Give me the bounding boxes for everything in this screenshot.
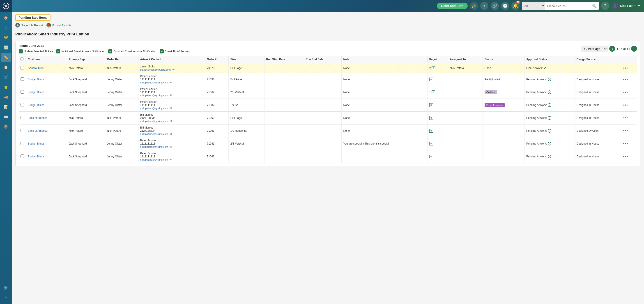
email-small-icon: ✉ bbox=[170, 158, 172, 161]
sidebar-item-documents[interactable]: 📝 bbox=[1, 102, 11, 112]
customer-link[interactable]: Bank of America bbox=[28, 129, 47, 132]
row-menu-button[interactable]: ••• bbox=[623, 142, 628, 146]
cell-row-actions: ••• bbox=[621, 63, 637, 73]
prev-page-button[interactable]: ‹ bbox=[609, 46, 615, 52]
save-report-button[interactable]: 💾 Save this Report bbox=[15, 23, 43, 28]
customer-link[interactable]: Budget Blinds bbox=[28, 78, 44, 81]
artwork-email-link[interactable]: nick.pataro@aysling.com bbox=[140, 120, 168, 122]
row-menu-button[interactable]: ••• bbox=[623, 103, 628, 107]
link-icon-button[interactable]: 🔗 bbox=[491, 2, 499, 10]
export-results-label: Export Results bbox=[52, 24, 72, 27]
individual-email-button[interactable]: ✉ Individual E-mail Artwork Notification bbox=[56, 50, 105, 54]
row-menu-button[interactable]: ••• bbox=[623, 66, 628, 70]
pending-sale-items-badge: Pending Sale Items bbox=[15, 14, 50, 21]
email-small-icon: ✉ bbox=[170, 94, 172, 97]
sidebar-item-tasks[interactable]: 📋 bbox=[1, 63, 11, 72]
sidebar-item-settings[interactable]: ⚙️ bbox=[1, 283, 11, 292]
help-button[interactable]: ? bbox=[601, 2, 609, 10]
artwork-email-link[interactable]: nick.pataro@aysling.com bbox=[140, 107, 168, 110]
search-button[interactable]: 🔍 bbox=[590, 2, 599, 10]
table-row: Bank of America Nick Pataro Nick Pataro … bbox=[19, 112, 637, 124]
customer-link[interactable]: Budget Blinds bbox=[28, 91, 44, 94]
cell-run-start bbox=[264, 63, 304, 73]
row-menu-button[interactable]: ••• bbox=[623, 116, 628, 120]
cell-order-num: 70978 bbox=[205, 63, 228, 73]
email-proof-button[interactable]: ✉ E-mail Proof Request bbox=[160, 50, 190, 54]
sidebar-item-reports[interactable]: 📊 bbox=[1, 43, 11, 52]
user-info[interactable]: 👤 Nick Pataro ▼ bbox=[612, 2, 640, 10]
table-header-row: Customer Primary Rep Order Rep Artwork C… bbox=[19, 56, 637, 63]
search-container: All Contacts Companies Orders 🔍 bbox=[522, 2, 599, 10]
select-all-checkbox[interactable] bbox=[20, 58, 24, 60]
artwork-email-link[interactable]: nick.pataro@aysling.com bbox=[140, 94, 168, 97]
pagination-text: 1-14 of 14 bbox=[616, 47, 630, 50]
sidebar-item-collapse[interactable]: « bbox=[1, 293, 11, 302]
row-checkbox[interactable] bbox=[20, 66, 24, 70]
cell-order-rep: Nick Pataro bbox=[105, 63, 138, 73]
customer-link[interactable]: General Mills bbox=[28, 66, 44, 70]
page-icon: ⧉ bbox=[429, 142, 433, 146]
sidebar-item-email[interactable]: ✉️ bbox=[1, 112, 11, 121]
row-menu-button[interactable]: ••• bbox=[623, 154, 628, 158]
search-input[interactable] bbox=[545, 2, 590, 10]
col-page-num: Page# bbox=[427, 56, 448, 63]
grouped-email-button[interactable]: ✉ Grouped E-mail Artwork Notification bbox=[108, 50, 156, 54]
row-checkbox[interactable] bbox=[20, 77, 24, 81]
sidebar-item-deals[interactable]: 🤝 bbox=[1, 33, 11, 42]
per-page-select[interactable]: 25 Per Page 50 Per Page 100 Per Page bbox=[581, 46, 608, 52]
col-artwork-contact: Artwork Contact bbox=[138, 56, 205, 63]
update-tickets-button[interactable]: ↺ Update Selected Tickets bbox=[19, 50, 53, 54]
approval-check-icon: ✓ bbox=[548, 90, 551, 94]
add-icon-button[interactable]: + bbox=[480, 2, 488, 10]
sidebar-item-orders[interactable]: 🛒 bbox=[1, 72, 11, 82]
cell-checkbox bbox=[19, 63, 26, 73]
sidebar-item-home[interactable]: 🏠 bbox=[1, 13, 11, 22]
row-menu-button[interactable]: ••• bbox=[623, 90, 628, 94]
table-row: Bank of America Nick Pataro Nick Pataro … bbox=[19, 124, 637, 137]
customer-link[interactable]: Bank of America bbox=[28, 116, 47, 120]
email-proof-icon: ✉ bbox=[160, 50, 164, 54]
email-small-icon: ✉ bbox=[170, 107, 172, 110]
cell-page-num: 2 ⧉ bbox=[427, 63, 448, 73]
artwork-email-link[interactable]: nick.pataro@aysling.com bbox=[140, 158, 168, 161]
sidebar-item-editorial[interactable]: ✏️ bbox=[1, 53, 11, 62]
export-icon: 📤 bbox=[46, 23, 51, 28]
sidebar-item-contacts[interactable]: 👤 bbox=[1, 23, 11, 32]
row-checkbox[interactable] bbox=[20, 103, 24, 106]
refer-earn-button[interactable]: Refer and Earn bbox=[437, 3, 468, 9]
row-checkbox[interactable] bbox=[20, 116, 24, 119]
search-type-select[interactable]: All Contacts Companies Orders bbox=[522, 2, 545, 10]
row-checkbox[interactable] bbox=[20, 154, 24, 158]
page-icon: ⧉ bbox=[429, 116, 433, 120]
customer-link[interactable]: Budget Blinds bbox=[28, 155, 44, 158]
cell-status: Done bbox=[482, 63, 524, 73]
row-checkbox[interactable] bbox=[20, 142, 24, 145]
party-icon-button[interactable]: 🎉 bbox=[470, 2, 478, 10]
artwork-email-link[interactable]: nick.pataro@aysling.com bbox=[140, 132, 168, 135]
artwork-email-link[interactable]: nick.pataro@aysling.com bbox=[140, 81, 168, 84]
col-approval-status: Approval Status bbox=[524, 56, 575, 63]
col-order-num: Order # bbox=[205, 56, 228, 63]
approval-check-icon: ✓ bbox=[548, 103, 551, 107]
row-checkbox[interactable] bbox=[20, 129, 24, 132]
individual-email-label: Individual E-mail Artwork Notification bbox=[61, 50, 105, 53]
history-icon-button[interactable]: 🕐 bbox=[501, 2, 509, 10]
export-results-button[interactable]: 📤 Export Results bbox=[46, 23, 72, 28]
next-page-button[interactable]: › bbox=[631, 46, 637, 52]
customer-link[interactable]: Budget Blinds bbox=[28, 104, 44, 107]
cell-design-source bbox=[574, 63, 621, 73]
row-checkbox[interactable] bbox=[20, 90, 24, 94]
row-menu-button[interactable]: ••• bbox=[623, 129, 628, 132]
artwork-email-link[interactable]: stacey@hladistributors.com bbox=[140, 68, 171, 71]
customer-link[interactable]: Budget Blinds bbox=[28, 142, 44, 145]
notifications-button[interactable]: 🔔 29 bbox=[512, 2, 520, 10]
row-menu-button[interactable]: ••• bbox=[623, 77, 628, 81]
chevron-down-icon: ▼ bbox=[638, 4, 640, 8]
sidebar-item-delivery[interactable]: 🚚 bbox=[1, 92, 11, 102]
sidebar-item-favorites[interactable]: ⭐ bbox=[1, 82, 11, 92]
sidebar-logo bbox=[0, 0, 12, 12]
col-run-start: Run Start Date bbox=[264, 56, 304, 63]
table-row: Budget Blinds Jack Shephard Jenny Oister… bbox=[19, 86, 637, 99]
sidebar-item-misc[interactable]: 📦 bbox=[1, 122, 11, 131]
artwork-email-link[interactable]: nick.pataro@aysling.com bbox=[140, 146, 168, 148]
